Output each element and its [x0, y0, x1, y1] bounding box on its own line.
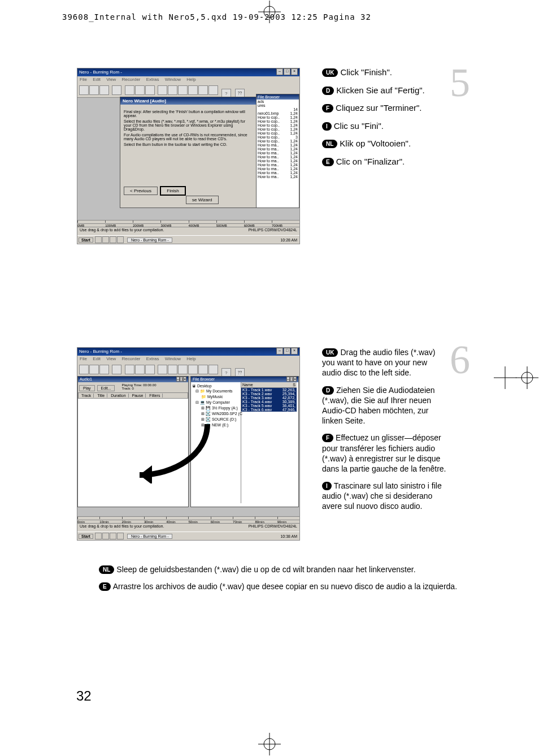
- lang-badge-f: F: [322, 104, 333, 113]
- step6-instructions-below: NLSleep de geluidsbestanden (*.wav) die …: [99, 564, 469, 598]
- finish-button: Finish: [160, 186, 185, 196]
- track-row: K3 - Track 3.wav42,872,: [241, 396, 297, 400]
- edit-button: Edit...: [97, 385, 115, 391]
- lang-badge-d: D: [322, 87, 334, 95]
- file-row: ads: [257, 100, 299, 103]
- file-row: How to ma..1,24: [257, 155, 299, 159]
- wizard-text-3: For Audio compilations the use of CD-RWs…: [124, 133, 253, 141]
- registration-mark-bottom: [258, 733, 281, 755]
- maximize-icon: □: [284, 348, 290, 355]
- track-row: K3 - Track 2.wav25,394,: [241, 392, 297, 396]
- close-wizard-button: se Wizard: [186, 196, 219, 204]
- file-row: nero01.bmp1,24: [257, 111, 299, 115]
- taskbar: Start Nero - Burning Rom - 10:28 AM: [77, 235, 299, 244]
- file-row: How to ma..1,24: [257, 147, 299, 151]
- wizard-title: Nero Wizard [Audio]: [120, 97, 256, 105]
- track-row: K3 - Track 1.wav32,263,: [241, 388, 297, 392]
- wizard-text-2: Select the audio files (*.wav, *.mp3, *.…: [124, 119, 253, 131]
- file-row: How to ma..1,24: [257, 151, 299, 155]
- taskbar-clock: 10:28 AM: [280, 238, 298, 242]
- file-row: How to cop..1,24: [257, 115, 299, 119]
- file-row: How to cop..1,24: [257, 123, 299, 127]
- track-row: K3 - Track 5.wav36,401,: [241, 404, 297, 408]
- lang-badge-nl: NL: [322, 140, 337, 148]
- track-row: K3 - Track 4.wav30,389,: [241, 400, 297, 404]
- minimize-icon: –: [276, 68, 283, 75]
- screenshot-nero-wizard: Nero - Burning Rom - – □ × File Edit Vie…: [77, 68, 300, 244]
- wizard-text-4: Select the Burn button in the toolbar to…: [124, 142, 253, 146]
- file-row: How to cop..3: [257, 135, 299, 139]
- file-row: How to ma..1,24: [257, 143, 299, 147]
- nero-wizard-panel: Nero Wizard [Audio] Final step: After se…: [120, 97, 257, 208]
- file-row: How to cop..1,24: [257, 119, 299, 123]
- page-number: 32: [76, 688, 92, 704]
- close-icon: ×: [291, 348, 298, 355]
- lang-badge-uk: UK: [322, 68, 338, 77]
- window-titlebar: Nero - Burning Rom - – □ ×: [77, 68, 299, 76]
- tray-icon: [95, 236, 102, 243]
- registration-mark-right-outer: [516, 366, 538, 389]
- svg-point-3: [264, 738, 275, 750]
- file-row: How to ma..1,24: [257, 175, 299, 179]
- crop-mark-right-inner: [494, 366, 516, 389]
- step5-instructions: UKClick "Finish". DKlicken Sie auf "Fert…: [322, 67, 446, 174]
- step-number-6: 6: [450, 339, 470, 380]
- taskbar-app: Nero - Burning Rom -: [127, 237, 173, 243]
- wizard-text-1: Final step: After selecting the 'Finish'…: [124, 110, 253, 118]
- status-bar: Use drag & drop to add files to your com…: [77, 227, 299, 236]
- start-button: Start: [79, 237, 93, 243]
- file-row: How to cop..1,24: [257, 139, 299, 143]
- file-list: NameS K3 - Track 1.wav32,263,K3 - Track …: [241, 382, 297, 412]
- file-row: 14: [257, 107, 299, 111]
- file-row: How to ma..1,24: [257, 167, 299, 171]
- step6-instructions: UKDrag the audio files (*.wav) you want …: [322, 347, 446, 519]
- window-title: Nero - Burning Rom -: [79, 68, 122, 76]
- file-row: How to cop..1,24: [257, 127, 299, 131]
- play-button: Play: [79, 385, 95, 391]
- minimize-icon: –: [276, 348, 283, 355]
- drag-arrow-icon: [123, 421, 213, 485]
- track-row: K3 - Track 6.wav47,946,: [241, 408, 297, 412]
- menu-bar: File Edit View Recorder Extras Window He…: [77, 76, 299, 85]
- lang-badge-i: I: [322, 122, 332, 131]
- file-row: How to ma..1,24: [257, 159, 299, 163]
- close-icon: ×: [291, 68, 298, 75]
- previous-button: < Previous: [124, 187, 158, 195]
- lang-badge-e: E: [322, 158, 334, 166]
- svg-point-6: [521, 372, 533, 383]
- step-number-5: 5: [450, 62, 470, 103]
- file-row: ures: [257, 103, 299, 107]
- file-row: How to cop..1,24: [257, 131, 299, 135]
- svg-marker-11: [140, 465, 152, 483]
- maximize-icon: □: [284, 68, 290, 75]
- toolbar-button: [79, 85, 89, 95]
- file-row: How to ma..1,24: [257, 171, 299, 175]
- document-header: 39608_Internal with Nero5,5.qxd 19-09-20…: [62, 12, 371, 21]
- file-row: How to ma..1,24: [257, 163, 299, 167]
- file-browser-panel: File Browser adsures14nero01.bmp1,24How …: [256, 94, 299, 208]
- screenshot-nero-drag: Nero - Burning Rom - – □ × File Edit Vie…: [77, 347, 300, 541]
